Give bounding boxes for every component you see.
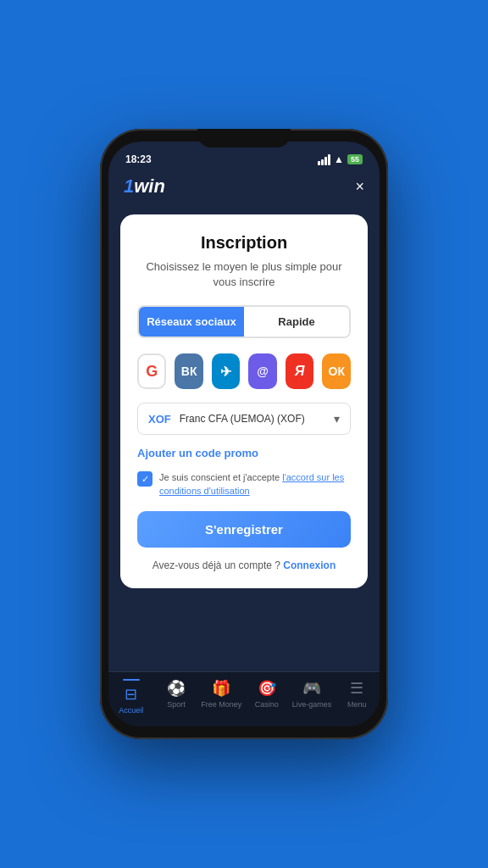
nav-item-accueil-inner: ⊟ Accueil [119, 679, 143, 715]
nav-item-sport-inner: ⚽ Sport [167, 679, 186, 709]
sport-icon: ⚽ [167, 679, 186, 698]
terms-checkbox[interactable]: ✓ [137, 471, 152, 487]
nav-label-sport: Sport [167, 700, 186, 709]
home-icon: ⊟ [125, 685, 137, 704]
register-button[interactable]: S'enregistrer [137, 511, 351, 548]
nav-item-menu-inner: ☰ Menu [347, 679, 367, 709]
nav-label-accueil: Accueil [119, 706, 143, 715]
nav-item-free-money-inner: 🎁 Free Money [201, 679, 241, 709]
modal-card: Inscription Choisissez le moyen le plus … [120, 214, 368, 588]
bottom-navigation: ⊟ Accueil ⚽ Sport 🎁 Free Money 🎯 [108, 671, 380, 726]
logo-one: 1 [124, 175, 134, 197]
status-time: 18:23 [125, 153, 152, 165]
status-icons: ▲ 55 [318, 153, 363, 165]
logo-win: win [134, 175, 165, 197]
phone-notch [197, 129, 291, 147]
registration-tabs: Réseaux sociaux Rapide [137, 305, 351, 338]
mail-icon: @ [257, 364, 269, 378]
telegram-icon: ✈ [220, 364, 231, 380]
phone-frame: 18:23 ▲ 55 1win × Inscription [100, 129, 388, 739]
currency-selector[interactable]: XOF Franc CFA (UEMOA) (XOF) ▾ [137, 403, 351, 435]
signal-bars-icon [318, 154, 330, 165]
yandex-icon: Я [295, 364, 305, 379]
currency-name: Franc CFA (UEMOA) (XOF) [180, 413, 334, 425]
nav-label-free-money: Free Money [201, 700, 241, 709]
hamburger-icon: ☰ [350, 679, 363, 698]
nav-item-free-money[interactable]: 🎁 Free Money [199, 679, 244, 715]
battery-icon: 55 [347, 154, 363, 164]
nav-label-menu: Menu [347, 700, 367, 709]
nav-item-casino[interactable]: 🎯 Casino [244, 679, 289, 715]
tab-quick[interactable]: Rapide [244, 307, 349, 337]
vk-icon: ВК [181, 364, 197, 378]
telegram-login-button[interactable]: ✈ [212, 353, 241, 389]
ok-login-button[interactable]: ОК [322, 353, 351, 389]
social-icons-row: G ВК ✈ @ Я ОК [137, 353, 351, 389]
chevron-down-icon: ▾ [334, 412, 340, 426]
currency-code: XOF [148, 413, 171, 426]
google-icon: G [146, 363, 158, 381]
nav-label-live-games: Live-games [292, 700, 332, 709]
app-logo: 1win [124, 175, 165, 198]
yandex-login-button[interactable]: Я [286, 353, 314, 389]
modal-subtitle: Choisissez le moyen le plus simple pour … [137, 259, 351, 290]
wifi-icon: ▲ [334, 153, 344, 165]
login-question: Avez-vous déjà un compte ? [152, 559, 280, 571]
mail-login-button[interactable]: @ [248, 353, 277, 389]
nav-item-live-games-inner: 🎮 Live-games [292, 679, 332, 709]
login-link[interactable]: Connexion [283, 559, 336, 571]
nav-item-live-games[interactable]: 🎮 Live-games [289, 679, 334, 715]
close-button[interactable]: × [355, 179, 364, 194]
terms-row: ✓ Je suis conscient et j'accepte l'accor… [137, 471, 351, 498]
vk-login-button[interactable]: ВК [175, 353, 203, 389]
ok-icon: ОК [329, 364, 345, 378]
nav-item-menu[interactable]: ☰ Menu [335, 679, 380, 715]
main-content: Inscription Choisissez le moyen le plus … [108, 206, 380, 671]
nav-item-sport[interactable]: ⚽ Sport [153, 679, 198, 715]
modal-title: Inscription [137, 233, 351, 253]
active-indicator [123, 679, 140, 681]
google-login-button[interactable]: G [137, 353, 166, 389]
promo-code-link[interactable]: Ajouter un code promo [137, 447, 351, 459]
tab-social[interactable]: Réseaux sociaux [139, 307, 244, 337]
nav-label-casino: Casino [255, 700, 279, 709]
nav-item-accueil[interactable]: ⊟ Accueil [108, 679, 153, 715]
casino-icon: 🎯 [258, 679, 276, 698]
app-header: 1win × [108, 169, 380, 206]
gamepad-icon: 🎮 [302, 679, 321, 698]
terms-text: Je suis conscient et j'accepte l'accord … [159, 471, 351, 498]
terms-prefix: Je suis conscient et j'accepte [159, 472, 282, 482]
nav-item-casino-inner: 🎯 Casino [255, 679, 279, 709]
phone-screen: 18:23 ▲ 55 1win × Inscription [108, 142, 380, 726]
gift-icon: 🎁 [212, 679, 230, 698]
login-row: Avez-vous déjà un compte ? Connexion [137, 559, 351, 571]
checkmark-icon: ✓ [141, 474, 149, 485]
